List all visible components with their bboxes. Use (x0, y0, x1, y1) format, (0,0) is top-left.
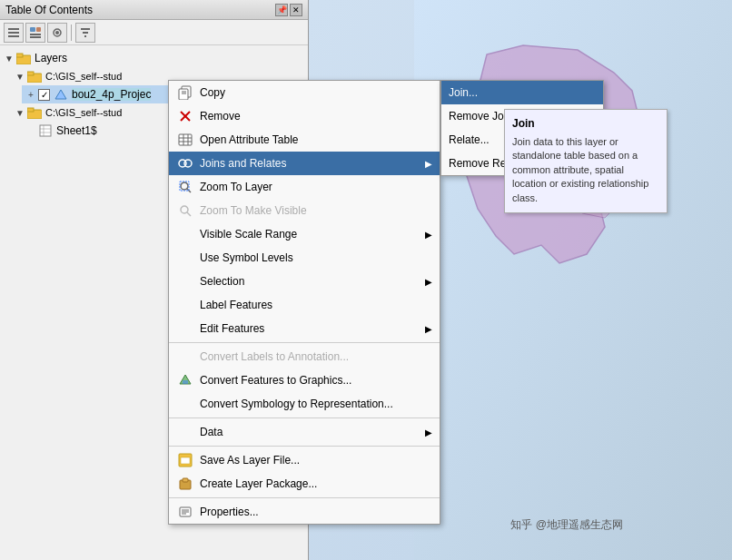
join-tooltip: Join Join data to this layer or standalo… (504, 109, 668, 213)
menu-separator-3 (169, 446, 440, 447)
svg-point-40 (181, 206, 188, 213)
table-icon (176, 131, 194, 149)
menu-convert-graphics[interactable]: Convert Features to Graphics... (169, 368, 440, 392)
selection-label: Selection (200, 275, 421, 288)
path2-folder-icon (27, 105, 42, 120)
sheet-icon (38, 123, 53, 138)
edit-features-icon (176, 319, 194, 338)
remove-label: Remove (200, 110, 432, 123)
svg-point-37 (181, 182, 188, 190)
path1-label: C:\GIS_self--stud (45, 71, 122, 82)
toc-toolbar (0, 20, 308, 45)
svg-rect-47 (183, 478, 188, 482)
joins-label: Joins and Relates (200, 157, 421, 170)
svg-rect-5 (36, 27, 41, 32)
data-label: Data (200, 426, 421, 438)
menu-zoom-visible: Zoom To Make Visible (169, 199, 440, 222)
list-view-button[interactable] (4, 23, 24, 43)
menu-properties[interactable]: Properties... (169, 500, 440, 524)
menu-convert-symb[interactable]: Convert Symbology to Representation... (169, 392, 440, 416)
path2-expand[interactable]: ▼ (15, 107, 25, 118)
bou-expand[interactable]: + (25, 89, 36, 100)
svg-rect-11 (83, 32, 88, 34)
edit-features-arrow-icon: ▶ (425, 324, 432, 334)
svg-rect-10 (81, 28, 90, 30)
layers-expand[interactable]: ▼ (4, 53, 15, 64)
menu-visible-scale[interactable]: Visible Scale Range ▶ (169, 222, 440, 246)
zoom-visible-icon (176, 201, 194, 220)
submenu-join[interactable]: Join... (441, 81, 603, 104)
source-view-button[interactable] (25, 23, 45, 43)
label-features-label: Label Features (200, 299, 432, 311)
zoom-layer-label: Zoom To Layer (200, 181, 432, 193)
toc-pin-button[interactable]: 📌 (275, 4, 288, 16)
bou-checkbox[interactable]: ✓ (38, 89, 50, 101)
join-icon (176, 154, 194, 172)
sheet-label: Sheet1$ (56, 124, 97, 137)
watermark: 知乎 @地理遥感生态网 (510, 517, 623, 533)
sheet-expand[interactable] (25, 125, 36, 136)
path1-folder-icon (27, 69, 42, 84)
menu-joins[interactable]: Joins and Relates ▶ (169, 152, 440, 175)
svg-point-36 (184, 160, 192, 167)
data-arrow-icon: ▶ (425, 427, 432, 437)
menu-symbol-levels[interactable]: Use Symbol Levels (169, 246, 440, 270)
svg-rect-6 (30, 34, 41, 35)
properties-label: Properties... (200, 506, 432, 518)
label-features-icon (176, 296, 194, 314)
menu-edit-features[interactable]: Edit Features ▶ (169, 317, 440, 340)
path2-label: C:\GIS_self--stud (45, 107, 122, 118)
relate-label: Relate... (449, 133, 490, 146)
convert-graphics-icon (176, 371, 194, 389)
tooltip-title: Join (512, 117, 659, 130)
menu-open-attr[interactable]: Open Attribute Table (169, 128, 440, 152)
menu-create-pkg[interactable]: Create Layer Package... (169, 472, 440, 496)
menu-separator-4 (169, 497, 440, 498)
layers-label: Layers (35, 52, 67, 64)
menu-separator-1 (169, 342, 440, 343)
svg-rect-1 (8, 28, 19, 30)
svg-rect-43 (183, 380, 188, 384)
svg-rect-2 (8, 32, 19, 34)
save-layer-label: Save As Layer File... (200, 454, 432, 467)
visible-scale-label: Visible Scale Range (200, 228, 421, 241)
bou-file-label: bou2_4p_Projec (72, 88, 151, 101)
options-button[interactable] (75, 23, 95, 43)
convert-anno-icon (176, 348, 194, 366)
convert-anno-label: Convert Labels to Annotation... (200, 350, 432, 363)
menu-save-layer[interactable]: Save As Layer File... (169, 448, 440, 472)
convert-symb-icon (176, 395, 194, 413)
layers-root-item[interactable]: ▼ Layers (0, 49, 308, 67)
svg-rect-4 (30, 27, 35, 32)
svg-rect-16 (27, 72, 34, 75)
convert-graphics-label: Convert Features to Graphics... (200, 374, 432, 387)
pkg-icon (176, 475, 194, 493)
menu-convert-anno: Convert Labels to Annotation... (169, 345, 440, 368)
menu-label-features[interactable]: Label Features (169, 293, 440, 317)
path1-expand[interactable]: ▼ (15, 71, 25, 82)
menu-separator-2 (169, 418, 440, 418)
context-menu: Copy Remove Open Attribute Table (168, 80, 440, 525)
menu-remove[interactable]: Remove (169, 104, 440, 128)
copy-icon (176, 84, 194, 102)
svg-line-41 (187, 212, 191, 216)
svg-rect-12 (84, 35, 86, 37)
menu-selection[interactable]: Selection ▶ (169, 270, 440, 293)
layer-save-icon (176, 451, 194, 469)
menu-zoom-layer[interactable]: Zoom To Layer (169, 175, 440, 199)
toc-window-controls: 📌 ✕ (275, 4, 302, 16)
layers-folder-icon (16, 51, 31, 65)
menu-copy[interactable]: Copy (169, 81, 440, 104)
svg-rect-19 (27, 108, 34, 112)
bou-layer-icon (54, 87, 68, 102)
convert-symb-label: Convert Symbology to Representation... (200, 398, 432, 410)
svg-marker-17 (55, 90, 66, 99)
remove-icon (176, 107, 194, 125)
toc-close-button[interactable]: ✕ (290, 4, 302, 16)
svg-rect-45 (181, 457, 190, 464)
data-icon (176, 423, 194, 441)
props-icon (176, 503, 194, 521)
menu-data[interactable]: Data ▶ (169, 420, 440, 444)
toolbar-separator (71, 25, 72, 41)
visibility-button[interactable] (47, 23, 67, 43)
